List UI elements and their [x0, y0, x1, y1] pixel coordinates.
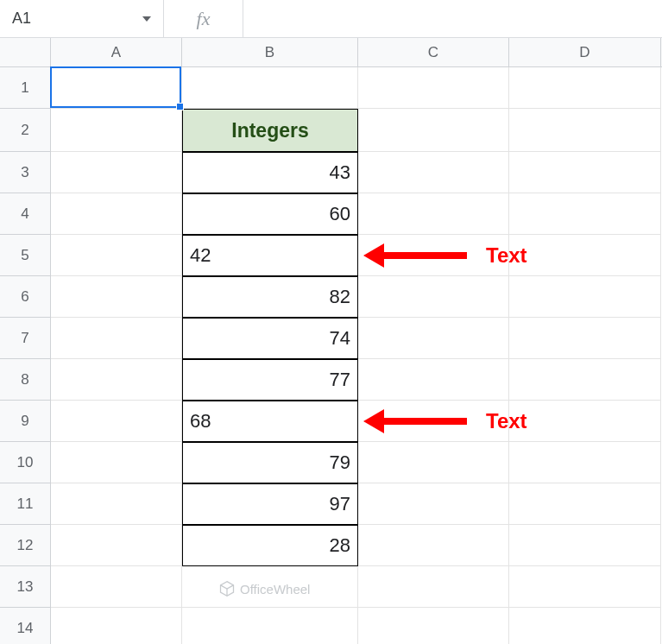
row-header[interactable]: 13 [0, 566, 50, 608]
column-header-c[interactable]: C [358, 38, 509, 66]
cell[interactable] [182, 608, 358, 644]
row-header[interactable]: 3 [0, 152, 50, 193]
cell[interactable] [51, 401, 182, 442]
annotation-label: Text [486, 243, 527, 268]
integers-table-cell[interactable]: 60 [182, 193, 358, 235]
integers-table-cell[interactable]: 68 [182, 401, 358, 442]
cell[interactable] [358, 109, 509, 152]
row-header[interactable]: 12 [0, 525, 50, 566]
cell[interactable] [509, 152, 661, 193]
cell[interactable] [509, 525, 661, 566]
row-header[interactable]: 9 [0, 401, 50, 442]
cell[interactable] [51, 276, 182, 318]
cell[interactable] [51, 483, 182, 525]
row-header[interactable]: 7 [0, 318, 50, 359]
cell[interactable] [509, 442, 661, 483]
name-box-value: A1 [12, 9, 31, 28]
text-annotation: Text [363, 409, 527, 433]
cell[interactable] [358, 193, 509, 235]
row-header[interactable]: 14 [0, 608, 50, 644]
annotation-label: Text [486, 409, 527, 433]
column-header-row: A B C D [0, 38, 662, 67]
cell[interactable] [509, 67, 661, 109]
cell[interactable] [509, 235, 661, 276]
cell[interactable] [509, 401, 661, 442]
cell[interactable] [51, 608, 182, 644]
arrow-left-icon [363, 409, 467, 433]
integers-table-cell[interactable]: 43 [182, 152, 358, 193]
column-header-b[interactable]: B [182, 38, 358, 66]
integers-table-cell[interactable]: 82 [182, 276, 358, 318]
cell[interactable] [509, 276, 661, 318]
row-header[interactable]: 2 [0, 109, 50, 152]
cell[interactable] [509, 566, 661, 608]
cell[interactable] [358, 67, 509, 109]
cell[interactable] [51, 525, 182, 566]
row-header[interactable]: 6 [0, 276, 50, 318]
integers-table-cell[interactable]: 74 [182, 318, 358, 359]
fx-label: fx [164, 0, 243, 37]
formula-bar: A1 fx [0, 0, 662, 38]
cell[interactable] [358, 566, 509, 608]
integers-table-cell[interactable]: 79 [182, 442, 358, 483]
cell[interactable] [358, 318, 509, 359]
cell[interactable] [51, 442, 182, 483]
cell[interactable] [509, 109, 661, 152]
name-box[interactable]: A1 [0, 0, 164, 37]
cell[interactable] [51, 235, 182, 276]
cell[interactable] [358, 608, 509, 644]
row-header[interactable]: 11 [0, 483, 50, 525]
cell[interactable] [509, 359, 661, 401]
cell[interactable] [182, 67, 358, 109]
cell[interactable] [358, 525, 509, 566]
cell[interactable] [51, 152, 182, 193]
cell[interactable] [51, 359, 182, 401]
row-header-column: 1234567891011121314 [0, 67, 51, 644]
cell[interactable] [509, 318, 661, 359]
cell[interactable] [509, 608, 661, 644]
cell[interactable] [358, 483, 509, 525]
formula-input[interactable] [243, 0, 662, 37]
integers-table-cell[interactable]: 77 [182, 359, 358, 401]
cube-icon [218, 580, 236, 597]
column-header-a[interactable]: A [51, 38, 182, 66]
integers-table-header[interactable]: Integers [182, 109, 358, 152]
cell[interactable] [51, 109, 182, 152]
text-annotation: Text [363, 243, 527, 268]
cell[interactable] [51, 318, 182, 359]
row-header[interactable]: 5 [0, 235, 50, 276]
name-box-dropdown-icon[interactable] [142, 16, 151, 22]
row-header[interactable]: 10 [0, 442, 50, 483]
integers-table-cell[interactable]: 97 [182, 483, 358, 525]
cell[interactable] [51, 193, 182, 235]
integers-table-cell[interactable]: 42 [182, 235, 358, 276]
cell[interactable] [51, 566, 182, 608]
cell[interactable] [358, 276, 509, 318]
integers-table-cell[interactable]: 28 [182, 525, 358, 566]
row-header[interactable]: 4 [0, 193, 50, 235]
cell[interactable] [358, 442, 509, 483]
column-header-d[interactable]: D [509, 38, 661, 66]
cell[interactable] [358, 359, 509, 401]
spreadsheet-grid: A B C D 1234567891011121314 Integers4360… [0, 38, 662, 644]
row-header[interactable]: 8 [0, 359, 50, 401]
cell[interactable] [51, 67, 182, 109]
watermark: OfficeWheel [218, 580, 310, 597]
watermark-text: OfficeWheel [240, 582, 310, 597]
arrow-left-icon [363, 243, 467, 268]
cell[interactable] [358, 152, 509, 193]
select-all-corner[interactable] [0, 38, 51, 66]
cell[interactable] [509, 193, 661, 235]
cell[interactable] [509, 483, 661, 525]
row-header[interactable]: 1 [0, 67, 50, 109]
